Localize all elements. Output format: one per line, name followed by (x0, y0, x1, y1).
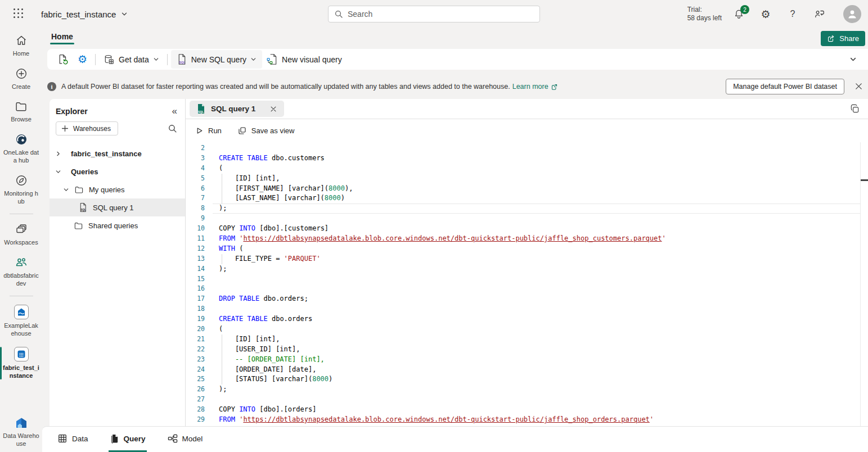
new-warehouse-button[interactable]: Warehouses (56, 121, 118, 135)
refresh-button[interactable] (52, 51, 73, 68)
gear-icon: ⚙ (761, 9, 770, 20)
account-avatar[interactable] (843, 5, 861, 23)
code-line[interactable]: 6 [FIRST_NAME] [varchar](8000), (186, 184, 868, 194)
nav-workspaces[interactable]: Workspaces (0, 222, 42, 247)
nav-data-warehouse[interactable]: Data Warehouse (0, 415, 42, 449)
collapse-ribbon-button[interactable] (847, 53, 858, 65)
chevron-down-icon (121, 11, 128, 17)
tab-sql-query-1[interactable]: SQL SQL query 1 (190, 101, 284, 117)
learn-more-link[interactable]: Learn more (512, 83, 558, 91)
code-line[interactable]: 14); (186, 264, 868, 274)
app-launcher-icon[interactable] (14, 8, 25, 20)
code-line[interactable]: 28COPY INTO [dbo].[orders] (186, 405, 868, 415)
line-number: 5 (186, 174, 213, 184)
tab-home[interactable]: Home (46, 30, 79, 46)
code-line[interactable]: 21 [ID] [int], (186, 335, 868, 345)
rail-divider (10, 296, 33, 296)
view-tab-data[interactable]: Data (56, 427, 89, 452)
new-sql-query-button[interactable]: SQL New SQL query (171, 50, 262, 69)
code-line[interactable]: 16 (186, 284, 868, 294)
manage-dataset-button[interactable]: Manage default Power BI dataset (726, 79, 844, 94)
view-tab-model[interactable]: Model (166, 427, 204, 452)
line-number: 6 (186, 184, 213, 194)
explorer-search-button[interactable] (168, 124, 177, 133)
line-number: 4 (186, 164, 213, 174)
workspace-switcher[interactable]: fabric_test_instance (41, 10, 128, 19)
toolbar-separator (167, 54, 168, 65)
global-search[interactable] (328, 6, 540, 22)
nav-item-fabric-test-instance[interactable]: fabric_test_instance (0, 346, 42, 381)
code-line[interactable]: 23 -- [ORDER_DATE] [int], (186, 355, 868, 365)
new-visual-query-button[interactable]: New visual query (262, 51, 347, 68)
folder-icon (15, 100, 28, 113)
code-line[interactable]: 17DROP TABLE dbo.orders; (186, 294, 868, 304)
tree-item-warehouse[interactable]: fabric_test_instance (50, 144, 185, 162)
collapse-explorer-button[interactable]: « (172, 107, 177, 115)
search-icon (334, 10, 343, 19)
top-bar: fabric_test_instance Trial: 58 days left… (0, 0, 868, 28)
feedback-button[interactable] (814, 8, 825, 20)
code-line[interactable]: 2 (186, 143, 868, 153)
visual-query-doc-icon (267, 53, 278, 65)
code-line[interactable]: 27 (186, 395, 868, 405)
line-number: 24 (186, 365, 213, 375)
main-panel: Explorer « Warehouses fabric_test_instan… (50, 99, 868, 426)
nav-monitoring-hub[interactable]: Monitoring hub (0, 173, 42, 206)
nav-create[interactable]: Create (0, 66, 42, 92)
tree-item-shared-queries[interactable]: Shared queries (50, 216, 185, 234)
share-button[interactable]: Share (821, 31, 865, 46)
code-line[interactable]: 13 FILE_TYPE = 'PARQUET' (186, 254, 868, 264)
copy-icon[interactable] (849, 103, 861, 115)
notifications-button[interactable]: 2 (733, 8, 744, 20)
code-line[interactable]: 11FROM 'https://dbtlabsynapsedatalake.bl… (186, 234, 868, 244)
code-line[interactable]: 25 [STATUS] [varchar](8000) (186, 374, 868, 385)
nav-browse[interactable]: Browse (0, 99, 42, 124)
ribbon-tab-row: Home Share (42, 28, 868, 47)
play-icon (195, 126, 204, 135)
code-line[interactable]: 22 [USER_ID] [int], (186, 345, 868, 355)
code-line[interactable]: 4( (186, 164, 868, 174)
code-line[interactable]: 5 [ID] [int], (186, 174, 868, 184)
code-line[interactable]: 18 (186, 304, 868, 314)
code-line[interactable]: 29FROM 'https://dbtlabsynapsedatalake.bl… (186, 415, 868, 425)
run-button[interactable]: Run (195, 126, 222, 135)
code-line[interactable]: 3CREATE TABLE dbo.customers (186, 153, 868, 164)
line-number: 7 (186, 193, 213, 204)
code-line[interactable]: 7 [LAST_NAME] [varchar](8000) (186, 193, 868, 204)
line-number: 23 (186, 355, 213, 365)
workspace-name: fabric_test_instance (41, 10, 116, 19)
code-line[interactable]: 24 [ORDER_DATE] [date], (186, 365, 868, 375)
code-line[interactable]: 26); (186, 385, 868, 395)
code-line[interactable]: 15 (186, 274, 868, 284)
settings-button[interactable]: ⚙ (760, 8, 771, 20)
code-line[interactable]: 19CREATE TABLE dbo.orders (186, 314, 868, 324)
nav-item-examplelakehouse[interactable]: ExampleLakehouse (0, 304, 42, 338)
search-input[interactable] (348, 10, 534, 19)
code-line[interactable]: 9 (186, 214, 868, 224)
close-tab-button[interactable] (269, 105, 277, 113)
view-tab-query[interactable]: Query (109, 427, 147, 452)
sql-code-editor[interactable]: 23CREATE TABLE dbo.customers4(5 [ID] [in… (186, 142, 868, 426)
home-icon (15, 34, 28, 47)
cursor-position-marker (861, 179, 868, 181)
code-line[interactable]: 20( (186, 324, 868, 335)
warehouse-settings-button[interactable]: ⚙ (73, 51, 92, 67)
tree-item-my-queries[interactable]: My queries (50, 180, 185, 198)
nav-onelake-data-hub[interactable]: OneLake data hub (0, 132, 42, 165)
tree-item-sql-query-1[interactable]: SQL SQL query 1 (50, 198, 185, 216)
close-banner-button[interactable] (854, 82, 863, 91)
nav-workspace-dbtlabsfabricdev[interactable]: dbtlabsfabricdev (0, 255, 42, 288)
left-navigation-rail: Home Create Browse OneLake data hub Moni… (0, 28, 42, 452)
tree-item-queries[interactable]: Queries (50, 162, 185, 180)
nav-home[interactable]: Home (0, 33, 42, 58)
sql-doc-icon: SQL (177, 53, 187, 65)
code-line[interactable]: 10COPY INTO [dbo].[customers] (186, 224, 868, 234)
editor-scrollbar[interactable] (860, 142, 868, 426)
help-button[interactable]: ? (787, 8, 798, 20)
get-data-button[interactable]: Get data (99, 51, 164, 68)
view-switcher-bar: Data Query Model (42, 426, 868, 452)
code-line[interactable]: 12WITH ( (186, 244, 868, 254)
workspaces-icon (15, 223, 28, 236)
save-as-view-button[interactable]: Save as view (237, 126, 295, 135)
code-line[interactable]: 8); (186, 204, 868, 214)
